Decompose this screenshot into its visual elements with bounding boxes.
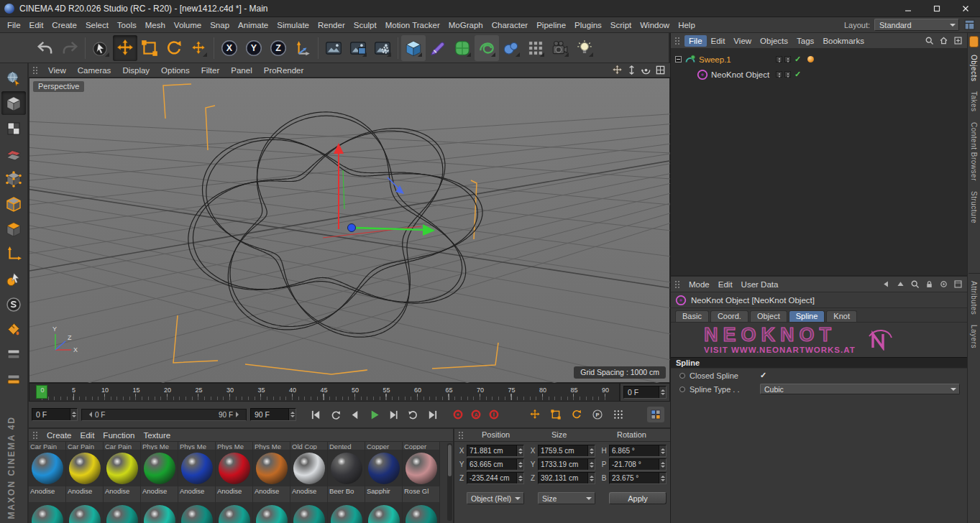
key-rotation-toggle[interactable] — [568, 407, 585, 422]
material-item[interactable] — [253, 494, 290, 523]
z-axis-lock-icon[interactable]: Z — [266, 35, 290, 61]
rotate-icon[interactable] — [162, 35, 186, 61]
key-parameter-toggle[interactable]: P — [589, 407, 606, 422]
paint-tool-icon[interactable] — [426, 35, 450, 61]
solo-mode-icon[interactable] — [647, 407, 664, 422]
panel-grip[interactable] — [458, 431, 464, 440]
go-to-end-button[interactable] — [423, 407, 442, 422]
subdivision-surface-icon[interactable] — [450, 35, 475, 61]
toggle-view-icon[interactable] — [655, 65, 666, 75]
menu-edit[interactable]: Edit — [25, 19, 48, 31]
layout-select[interactable]: Standard — [874, 19, 959, 31]
material-item[interactable]: Phys MeAnodise — [141, 442, 178, 494]
close-button[interactable] — [951, 0, 980, 17]
menu-volume[interactable]: Volume — [170, 19, 206, 31]
attr-menu-user-data[interactable]: User Data — [737, 279, 783, 290]
render-visibility-toggle[interactable] — [784, 56, 791, 63]
edges-mode-icon[interactable] — [1, 192, 26, 216]
menu-create[interactable]: Create — [47, 19, 81, 31]
menu-script[interactable]: Script — [606, 19, 636, 31]
menu-mograph[interactable]: MoGraph — [444, 19, 487, 31]
key-pla-toggle[interactable] — [610, 407, 627, 422]
panel-tab-content-browser[interactable]: Content Browser — [970, 122, 978, 181]
object-row-sweep-1[interactable]: Sweep.1✓ — [671, 52, 967, 67]
add-cube-icon[interactable] — [401, 35, 426, 61]
object-tag-icon[interactable] — [807, 56, 814, 63]
om-menu-tags[interactable]: Tags — [792, 35, 818, 47]
pin-icon[interactable] — [938, 278, 950, 290]
material-item[interactable] — [365, 494, 403, 523]
previous-frame-button[interactable] — [345, 407, 365, 422]
tab-object[interactable]: Object — [750, 310, 787, 322]
menu-render[interactable]: Render — [313, 19, 349, 31]
make-editable-icon[interactable] — [1, 66, 26, 90]
material-item[interactable] — [328, 494, 365, 523]
camera-label[interactable]: Perspective — [33, 81, 84, 92]
om-menu-view[interactable]: View — [729, 35, 756, 47]
timeline-ruler[interactable]: 051015202530354045505560657075808590 — [29, 383, 620, 402]
next-frame-button[interactable] — [384, 407, 403, 422]
tab-basic[interactable]: Basic — [675, 310, 709, 322]
render-settings-icon[interactable] — [370, 35, 395, 61]
snap-settings-icon[interactable] — [1, 343, 26, 366]
viewport-menu-options[interactable]: Options — [155, 66, 196, 75]
spline-type-select[interactable]: Cubic — [760, 384, 960, 394]
parent-object-icon[interactable] — [894, 278, 907, 290]
material-item[interactable] — [216, 494, 253, 523]
redo-icon[interactable] — [58, 35, 82, 61]
spinner-icon[interactable] — [659, 445, 666, 456]
menu-plugins[interactable]: Plugins — [570, 19, 606, 31]
go-to-start-button[interactable] — [306, 407, 326, 422]
tab-spline[interactable]: Spline — [789, 310, 825, 322]
object-row-neoknot-object[interactable]: NeoKnot Object✓ — [671, 67, 967, 82]
object-mode-icon[interactable] — [1, 267, 26, 291]
x-axis-lock-icon[interactable]: X — [217, 35, 242, 61]
scrollbar-thumb[interactable] — [448, 445, 452, 476]
menu-character[interactable]: Character — [487, 19, 533, 31]
coord-field-position-y[interactable]: 63.665 cm — [467, 458, 524, 471]
render-visibility-toggle[interactable] — [784, 71, 791, 78]
record-keyframe-button[interactable] — [449, 407, 466, 422]
play-forward-button[interactable] — [365, 407, 384, 422]
material-item[interactable]: Old CopAnodise — [290, 442, 328, 494]
editor-visibility-toggle[interactable] — [776, 56, 782, 63]
material-menu-texture[interactable]: Texture — [139, 430, 175, 441]
material-item[interactable] — [66, 494, 104, 523]
menu-select[interactable]: Select — [81, 19, 113, 31]
coord-field-size-z[interactable]: 392.131 cm — [538, 472, 595, 484]
attr-menu-mode[interactable]: Mode — [684, 279, 714, 290]
coord-field-position-x[interactable]: 71.881 cm — [467, 445, 524, 457]
coord-field-rotation-h[interactable]: 6.865 ° — [609, 445, 667, 457]
material-item[interactable] — [178, 494, 216, 523]
attr-menu-edit[interactable]: Edit — [714, 279, 737, 290]
spinner-icon[interactable] — [288, 409, 296, 420]
render-view-icon[interactable] — [321, 35, 346, 61]
spinner-icon[interactable] — [70, 409, 77, 420]
spinner-icon[interactable] — [516, 473, 523, 483]
material-menu-create[interactable]: Create — [42, 430, 76, 441]
material-item[interactable]: DentedBeer Bo — [328, 442, 365, 494]
material-item[interactable]: Phys MeAnodise — [216, 442, 253, 494]
object-enabled-check[interactable]: ✓ — [794, 70, 801, 79]
loop-playback-button[interactable] — [403, 407, 423, 422]
viewport-menu-display[interactable]: Display — [116, 66, 155, 75]
closed-spline-checkbox[interactable]: ✓ — [760, 371, 766, 380]
viewport-menu-cameras[interactable]: Cameras — [72, 66, 117, 75]
panel-grip[interactable] — [32, 66, 39, 75]
material-item[interactable]: CopperSapphir — [365, 442, 403, 494]
material-scrollbar[interactable] — [447, 443, 452, 521]
scale-icon[interactable] — [137, 35, 162, 61]
light-object-icon[interactable] — [572, 35, 597, 61]
filter-path-icon[interactable] — [938, 34, 950, 47]
size-mode-select[interactable]: Size — [538, 492, 595, 504]
current-frame-field[interactable]: 0 F — [32, 408, 78, 421]
menu-mesh[interactable]: Mesh — [141, 19, 170, 31]
camera-object-icon[interactable] — [548, 35, 572, 61]
spinner-icon[interactable] — [587, 473, 595, 483]
last-tool-icon[interactable] — [186, 35, 211, 61]
lock-icon[interactable] — [923, 278, 935, 290]
ruler-frame-field[interactable]: 0 F — [623, 386, 667, 399]
om-menu-file[interactable]: File — [684, 35, 707, 47]
viewport-menu-panel[interactable]: Panel — [225, 66, 257, 75]
coord-field-size-y[interactable]: 1733.19 cm — [538, 458, 595, 471]
